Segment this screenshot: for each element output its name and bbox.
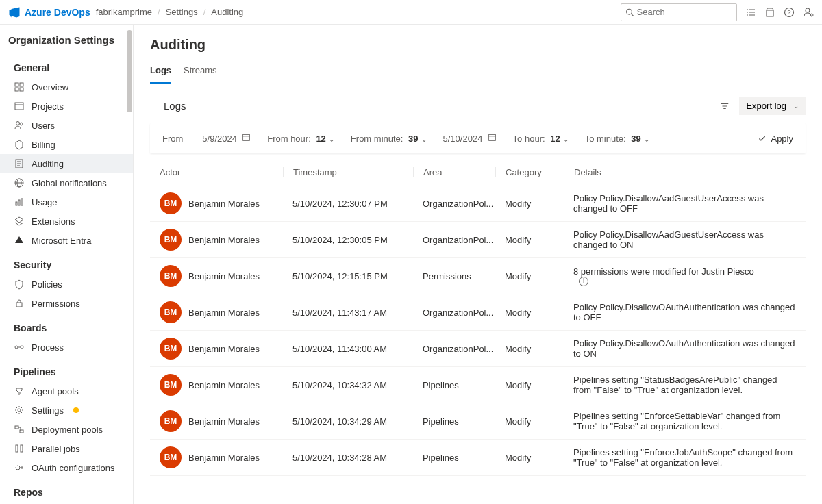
from-hour-select[interactable]: From hour: 12⌄ bbox=[267, 134, 334, 144]
cell-timestamp: 5/10/2024, 10:34:28 AM bbox=[283, 453, 413, 463]
cell-area: OrganizationPol... bbox=[413, 307, 495, 318]
section-repos: Repos bbox=[0, 477, 133, 502]
svg-rect-24 bbox=[16, 303, 22, 307]
avatar: BM bbox=[160, 410, 182, 432]
nav-pipeline-settings[interactable]: Settings bbox=[0, 401, 133, 420]
avatar: BM bbox=[160, 301, 182, 323]
svg-rect-9 bbox=[20, 88, 23, 91]
avatar: BM bbox=[160, 374, 182, 396]
breadcrumb-auditing[interactable]: Auditing bbox=[211, 7, 243, 17]
from-date-picker[interactable]: 5/9/2024 bbox=[202, 133, 251, 144]
avatar: BM bbox=[160, 192, 182, 214]
col-area[interactable]: Area bbox=[413, 167, 495, 177]
nav-policies[interactable]: Policies bbox=[0, 275, 133, 294]
breadcrumb: fabrikamprime / Settings / Auditing bbox=[96, 7, 244, 17]
nav-auditing[interactable]: Auditing bbox=[0, 154, 133, 173]
cell-timestamp: 5/10/2024, 11:43:17 AM bbox=[283, 307, 413, 318]
cell-details: Policy Policy.DisallowOAuthAuthenticatio… bbox=[564, 338, 796, 359]
nav-usage[interactable]: Usage bbox=[0, 192, 133, 212]
table-row[interactable]: BMBenjamin Morales5/10/2024, 10:34:29 AM… bbox=[150, 403, 806, 440]
section-boards: Boards bbox=[0, 313, 133, 338]
col-details[interactable]: Details bbox=[564, 167, 796, 177]
user-settings-icon[interactable] bbox=[803, 7, 814, 18]
svg-rect-34 bbox=[243, 134, 250, 140]
calendar-icon bbox=[488, 133, 497, 142]
avatar: BM bbox=[160, 265, 182, 287]
tab-logs[interactable]: Logs bbox=[150, 61, 171, 84]
svg-rect-22 bbox=[18, 200, 20, 205]
actor-name: Benjamin Morales bbox=[188, 307, 260, 318]
filter-icon[interactable] bbox=[720, 101, 730, 111]
actor-name: Benjamin Morales bbox=[188, 235, 260, 245]
search-input[interactable] bbox=[637, 7, 732, 17]
marketplace-icon[interactable] bbox=[764, 7, 775, 18]
cell-category: Modify bbox=[495, 199, 564, 209]
svg-rect-32 bbox=[21, 445, 23, 452]
agent-pools-icon bbox=[14, 386, 25, 396]
export-log-button[interactable]: Export log⌄ bbox=[739, 97, 806, 115]
nav-deployment-pools[interactable]: Deployment pools bbox=[0, 420, 133, 439]
tab-streams[interactable]: Streams bbox=[184, 61, 216, 84]
warning-badge-icon bbox=[73, 407, 79, 413]
sidebar-scrollbar[interactable] bbox=[126, 25, 133, 504]
actor-name: Benjamin Morales bbox=[188, 344, 260, 354]
cell-area: OrganizationPol... bbox=[413, 344, 495, 354]
svg-point-12 bbox=[16, 122, 20, 125]
svg-rect-36 bbox=[488, 134, 495, 140]
sidebar-title: Organization Settings bbox=[0, 25, 133, 53]
nav-permissions[interactable]: Permissions bbox=[0, 294, 133, 313]
nav-agent-pools[interactable]: Agent pools bbox=[0, 381, 133, 401]
nav-projects[interactable]: Projects bbox=[0, 97, 133, 116]
permissions-icon bbox=[14, 298, 25, 309]
nav-extensions[interactable]: Extensions bbox=[0, 212, 133, 231]
sidebar: Organization Settings General Overview P… bbox=[0, 25, 134, 504]
process-icon bbox=[14, 342, 25, 353]
col-actor[interactable]: Actor bbox=[160, 167, 283, 177]
table-row[interactable]: BMBenjamin Morales5/10/2024, 10:34:32 AM… bbox=[150, 367, 806, 403]
nav-overview[interactable]: Overview bbox=[0, 77, 133, 97]
apply-button[interactable]: Apply bbox=[758, 134, 793, 144]
projects-icon bbox=[14, 101, 25, 112]
to-hour-select[interactable]: To hour: 12⌄ bbox=[513, 134, 569, 144]
actor-name: Benjamin Morales bbox=[188, 380, 260, 390]
to-minute-select[interactable]: To minute: 39⌄ bbox=[585, 134, 649, 144]
cell-details: Policy Policy.DisallowAadGuestUserAccess… bbox=[564, 193, 796, 214]
nav-parallel-jobs[interactable]: Parallel jobs bbox=[0, 439, 133, 458]
table-row[interactable]: BMBenjamin Morales5/10/2024, 12:30:07 PM… bbox=[150, 186, 806, 222]
help-icon[interactable]: ? bbox=[784, 7, 795, 18]
table-row[interactable]: BMBenjamin Morales5/10/2024, 11:43:17 AM… bbox=[150, 294, 806, 331]
table-row[interactable]: BMBenjamin Morales5/10/2024, 12:15:15 PM… bbox=[150, 258, 806, 294]
search-input-wrapper[interactable] bbox=[621, 3, 737, 21]
work-items-icon[interactable] bbox=[745, 7, 756, 18]
nav-microsoft-entra[interactable]: Microsoft Entra bbox=[0, 231, 133, 250]
table-row[interactable]: BMBenjamin Morales5/10/2024, 10:34:28 AM… bbox=[150, 440, 806, 476]
table-row[interactable]: BMBenjamin Morales5/10/2024, 12:30:05 PM… bbox=[150, 222, 806, 258]
page-title: Auditing bbox=[150, 37, 806, 53]
brand-link[interactable]: Azure DevOps bbox=[25, 7, 90, 18]
from-minute-select[interactable]: From minute: 39⌄ bbox=[351, 134, 427, 144]
svg-rect-23 bbox=[21, 199, 23, 205]
table-row[interactable]: BMBenjamin Morales5/10/2024, 11:43:00 AM… bbox=[150, 331, 806, 367]
col-timestamp[interactable]: Timestamp bbox=[283, 167, 413, 177]
table-header: Actor Timestamp Area Category Details bbox=[150, 159, 806, 186]
cell-timestamp: 5/10/2024, 11:43:00 AM bbox=[283, 344, 413, 354]
cell-details: Pipelines setting "StatusBadgesArePublic… bbox=[564, 375, 796, 395]
nav-oauth[interactable]: OAuth configurations bbox=[0, 458, 133, 477]
nav-global-notifications[interactable]: Global notifications bbox=[0, 173, 133, 192]
svg-point-26 bbox=[21, 346, 23, 349]
nav-users[interactable]: Users bbox=[0, 116, 133, 135]
svg-point-28 bbox=[18, 409, 21, 412]
info-icon[interactable]: i bbox=[579, 277, 588, 286]
nav-process[interactable]: Process bbox=[0, 338, 133, 357]
nav-billing[interactable]: Billing bbox=[0, 135, 133, 154]
col-category[interactable]: Category bbox=[495, 167, 564, 177]
svg-point-4 bbox=[806, 8, 810, 12]
chevron-down-icon: ⌄ bbox=[793, 102, 799, 110]
to-date-picker[interactable]: 5/10/2024 bbox=[443, 133, 497, 144]
breadcrumb-settings[interactable]: Settings bbox=[166, 7, 198, 17]
cell-area: Permissions bbox=[413, 271, 495, 281]
actor-name: Benjamin Morales bbox=[188, 271, 260, 281]
section-general: General bbox=[0, 53, 133, 77]
breadcrumb-org[interactable]: fabrikamprime bbox=[96, 7, 152, 17]
avatar: BM bbox=[160, 229, 182, 251]
